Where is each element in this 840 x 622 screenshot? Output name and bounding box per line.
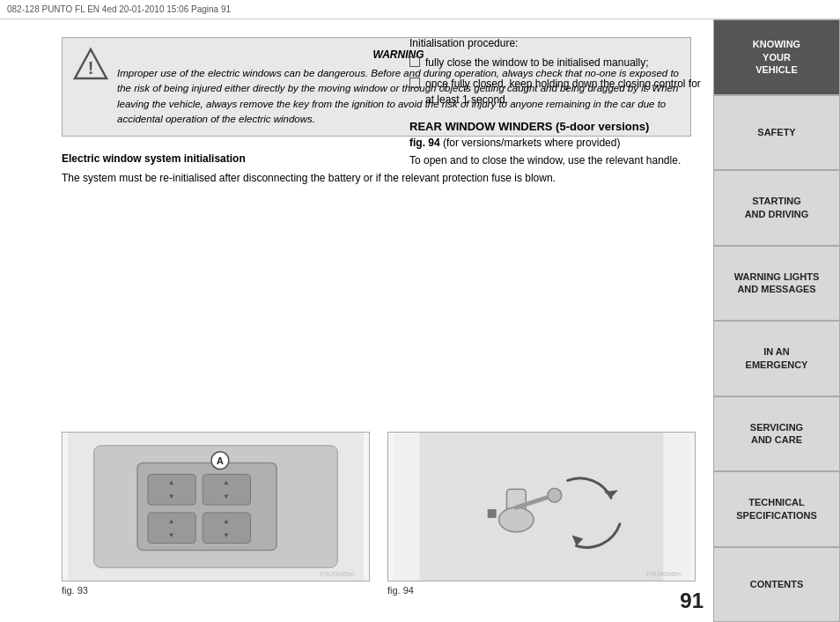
svg-text:▲: ▲ xyxy=(168,517,175,525)
svg-text:▲: ▲ xyxy=(223,517,230,525)
svg-text:▼: ▼ xyxy=(223,531,230,539)
sidebar-label-starting: STARTINGAND DRIVING xyxy=(745,195,809,220)
rear-text: To open and to close the window, use the… xyxy=(409,152,704,168)
sidebar-label-servicing: SERVICINGAND CARE xyxy=(750,421,803,447)
sidebar: KNOWINGYOURVEHICLE SAFETY STARTINGAND DR… xyxy=(713,19,840,622)
svg-text:▼: ▼ xyxy=(223,492,230,500)
initialisation-title: Initialisation procedure: xyxy=(409,37,704,49)
step1-text: fully close the window to be initialised… xyxy=(425,55,648,70)
checkbox1 xyxy=(409,56,420,67)
svg-text:▲: ▲ xyxy=(223,478,230,486)
svg-rect-21 xyxy=(420,433,664,581)
rear-fig-ref: fig. 94 xyxy=(409,137,440,149)
svg-point-25 xyxy=(548,488,562,502)
page-number: 91 xyxy=(680,589,704,613)
sidebar-item-servicing[interactable]: SERVICINGAND CARE xyxy=(713,396,840,472)
sidebar-item-technical[interactable]: TECHNICALSPECIFICATIONS xyxy=(713,471,840,547)
header-bar: 082-128 PUNTO FL EN 4ed 20-01-2010 15:06… xyxy=(0,0,840,19)
sidebar-label-knowing: KNOWINGYOURVEHICLE xyxy=(753,38,800,76)
figure93-caption: fig. 93 xyxy=(62,585,370,596)
svg-point-23 xyxy=(499,507,534,532)
figure93-container: ▲ ▼ ▲ ▼ ▲ ▼ ▲ ▼ A F0U0085m fig. xyxy=(62,432,370,596)
sidebar-label-warning: WARNING LIGHTSAND MESSAGES xyxy=(734,270,820,296)
rear-title-text: REAR WINDOW WINDERS (5-door versions) xyxy=(409,120,649,133)
step2-text: once fully closed, keep holding down the… xyxy=(425,76,704,107)
sidebar-item-warning[interactable]: WARNING LIGHTSAND MESSAGES xyxy=(713,246,840,322)
figure93-box: ▲ ▼ ▲ ▼ ▲ ▼ ▲ ▼ A F0U0085m xyxy=(62,432,370,581)
svg-rect-28 xyxy=(488,509,497,518)
sidebar-label-safety: SAFETY xyxy=(757,126,795,138)
figure94-container: F0U0086m fig. 94 xyxy=(387,432,696,596)
rear-section-title: REAR WINDOW WINDERS (5-door versions) xyxy=(409,120,704,133)
svg-text:A: A xyxy=(217,455,224,466)
rear-note: (for versions/markets where provided) xyxy=(443,137,620,149)
svg-text:▼: ▼ xyxy=(168,531,175,539)
figures-row: ▲ ▼ ▲ ▼ ▲ ▼ ▲ ▼ A F0U0085m fig. xyxy=(62,432,696,596)
step1-item: fully close the window to be initialised… xyxy=(409,55,704,70)
header-text: 082-128 PUNTO FL EN 4ed 20-01-2010 15:06… xyxy=(7,4,231,14)
checkbox2 xyxy=(409,78,420,88)
sidebar-label-technical: TECHNICALSPECIFICATIONS xyxy=(736,496,816,522)
sidebar-label-emergency: IN ANEMERGENCY xyxy=(746,345,808,371)
sidebar-item-emergency[interactable]: IN ANEMERGENCY xyxy=(713,321,840,396)
svg-text:F0U0085m: F0U0085m xyxy=(321,570,355,578)
svg-text:▼: ▼ xyxy=(168,492,175,500)
warning-icon: ! xyxy=(73,47,108,82)
sidebar-item-contents[interactable]: CONTENTS xyxy=(713,547,840,623)
svg-text:F0U0086m: F0U0086m xyxy=(646,570,681,578)
sidebar-item-safety[interactable]: SAFETY xyxy=(713,95,840,171)
svg-text:▲: ▲ xyxy=(168,478,175,486)
figure94-box: F0U0086m xyxy=(387,432,696,581)
sidebar-item-starting[interactable]: STARTINGAND DRIVING xyxy=(713,170,840,246)
svg-text:!: ! xyxy=(88,58,94,78)
right-column: Initialisation procedure: fully close th… xyxy=(401,19,713,177)
sidebar-label-contents: CONTENTS xyxy=(750,578,804,590)
figure94-caption: fig. 94 xyxy=(387,585,696,596)
step2-item: once fully closed, keep holding down the… xyxy=(409,76,704,107)
sidebar-item-knowing[interactable]: KNOWINGYOURVEHICLE xyxy=(713,19,840,95)
